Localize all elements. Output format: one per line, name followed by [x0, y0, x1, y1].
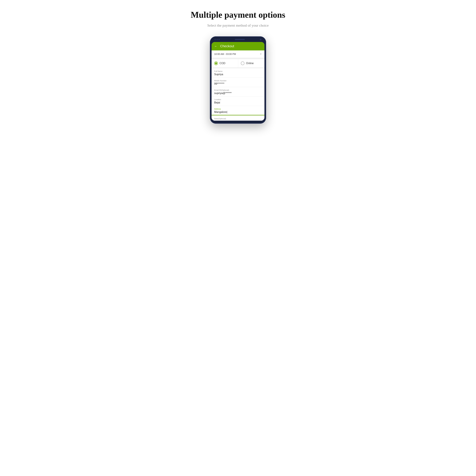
payment-label-cod: COD: [220, 62, 225, 65]
location-field[interactable]: Location Bejai: [212, 97, 264, 106]
section-divider: [212, 58, 264, 59]
address-value: Mangalore: [214, 111, 262, 114]
time-slot-row[interactable]: 10:00 AM - 03:00 PM ▼: [212, 51, 264, 58]
note-field[interactable]: Note(Optional): [212, 116, 264, 121]
phone-mockup: ← Checkout 10:00 AM - 03:00 PM ▼ COD Onl…: [210, 36, 266, 124]
page-subtitle: Select the payment method of your choice: [207, 23, 269, 28]
phone-screen: ← Checkout 10:00 AM - 03:00 PM ▼ COD Onl…: [212, 42, 264, 121]
payment-label-online: Online: [246, 62, 254, 65]
mobile-value: 99*******: [214, 82, 262, 85]
radio-cod[interactable]: [214, 62, 218, 65]
phone-dot: [219, 39, 220, 40]
dropdown-icon: ▼: [260, 53, 262, 55]
phone-dot: [215, 39, 216, 40]
screen-title: Checkout: [220, 44, 234, 48]
payment-option-online[interactable]: Online: [238, 59, 265, 68]
full-name-value: Supriya: [214, 73, 262, 76]
page-title: Multiple payment options: [191, 10, 285, 20]
phone-dot: [217, 39, 218, 40]
phone-dots: [215, 39, 220, 40]
phone-speaker: [235, 39, 245, 40]
time-slot-value: 10:00 AM - 03:00 PM: [214, 53, 236, 55]
email-value: supriya@******: [214, 92, 262, 95]
address-underline: [212, 115, 264, 115]
email-label: Email ID(Optional): [214, 89, 262, 91]
app-header: ← Checkout: [212, 42, 264, 51]
address-label: Address: [214, 108, 262, 110]
phone-camera: [260, 39, 261, 40]
address-field[interactable]: Address Mangalore: [212, 106, 264, 116]
mobile-number-field[interactable]: Mobile Number 99*******: [212, 78, 264, 87]
full-name-field[interactable]: Full Name Supriya: [212, 68, 264, 78]
back-button[interactable]: ←: [214, 44, 218, 48]
mobile-label: Mobile Number: [214, 80, 262, 82]
phone-top-bar: [212, 39, 264, 42]
payment-option-cod[interactable]: COD: [212, 59, 238, 68]
payment-options-row: COD Online: [212, 59, 264, 68]
email-field[interactable]: Email ID(Optional) supriya@******: [212, 87, 264, 97]
radio-online[interactable]: [241, 62, 244, 65]
location-value: Bejai: [214, 101, 262, 104]
location-label: Location: [214, 99, 262, 101]
full-name-label: Full Name: [214, 70, 262, 72]
